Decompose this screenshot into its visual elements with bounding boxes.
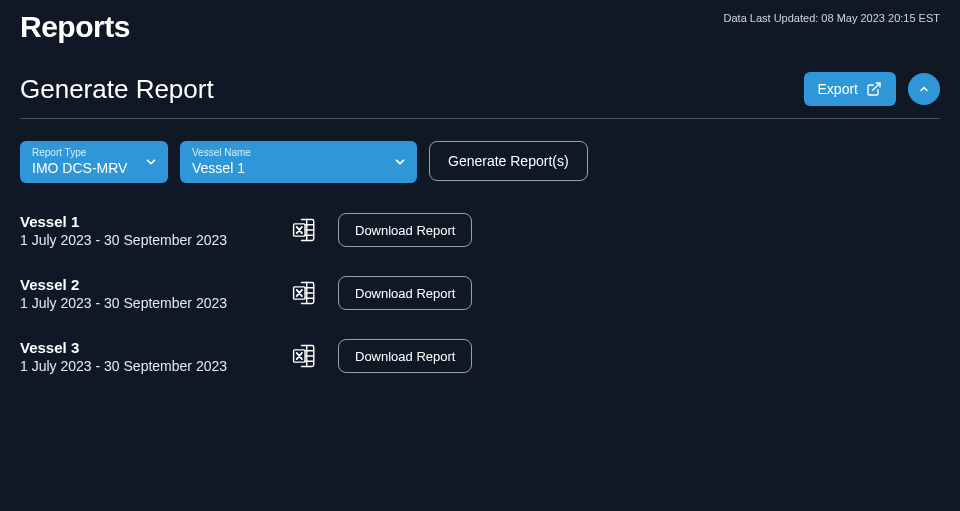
report-date-range: 1 July 2023 - 30 September 2023	[20, 295, 290, 311]
report-row: Vessel 1 1 July 2023 - 30 September 2023…	[20, 213, 940, 248]
svg-line-0	[873, 83, 880, 90]
export-button[interactable]: Export	[804, 72, 896, 106]
report-name: Vessel 3	[20, 339, 290, 356]
excel-file-icon	[290, 278, 320, 308]
vessel-name-select[interactable]: Vessel Name Vessel 1	[180, 141, 417, 183]
download-report-button[interactable]: Download Report	[338, 213, 472, 247]
external-link-icon	[866, 81, 882, 97]
report-row: Vessel 2 1 July 2023 - 30 September 2023…	[20, 276, 940, 311]
report-type-value: IMO DCS-MRV	[32, 160, 132, 177]
chevron-up-icon	[918, 83, 930, 95]
report-info: Vessel 3 1 July 2023 - 30 September 2023	[20, 339, 290, 374]
section-title: Generate Report	[20, 74, 214, 105]
report-type-label: Report Type	[32, 147, 132, 158]
last-updated-text: Data Last Updated: 08 May 2023 20:15 EST	[724, 12, 940, 24]
report-info: Vessel 2 1 July 2023 - 30 September 2023	[20, 276, 290, 311]
report-date-range: 1 July 2023 - 30 September 2023	[20, 232, 290, 248]
report-name: Vessel 2	[20, 276, 290, 293]
report-row: Vessel 3 1 July 2023 - 30 September 2023…	[20, 339, 940, 374]
report-date-range: 1 July 2023 - 30 September 2023	[20, 358, 290, 374]
report-type-select[interactable]: Report Type IMO DCS-MRV	[20, 141, 168, 183]
collapse-button[interactable]	[908, 73, 940, 105]
generate-report-button[interactable]: Generate Report(s)	[429, 141, 588, 181]
export-button-label: Export	[818, 81, 858, 97]
report-list: Vessel 1 1 July 2023 - 30 September 2023…	[20, 213, 940, 374]
download-report-button[interactable]: Download Report	[338, 276, 472, 310]
chevron-down-icon	[393, 155, 407, 169]
excel-file-icon	[290, 341, 320, 371]
vessel-name-label: Vessel Name	[192, 147, 381, 158]
vessel-name-value: Vessel 1	[192, 160, 381, 177]
section-divider	[20, 118, 940, 119]
excel-file-icon	[290, 215, 320, 245]
download-report-button[interactable]: Download Report	[338, 339, 472, 373]
report-name: Vessel 1	[20, 213, 290, 230]
page-title: Reports	[20, 10, 130, 44]
chevron-down-icon	[144, 155, 158, 169]
report-info: Vessel 1 1 July 2023 - 30 September 2023	[20, 213, 290, 248]
